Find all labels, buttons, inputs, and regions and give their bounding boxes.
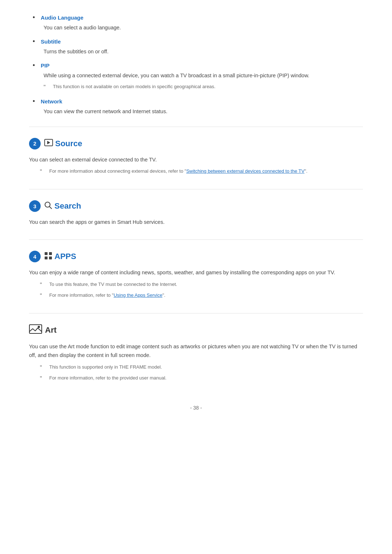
art-note-1-text: This function is supported only in THE F… — [49, 364, 162, 371]
divider-3 — [29, 239, 363, 240]
svg-point-8 — [38, 326, 40, 328]
art-note-quote-1: " — [40, 364, 42, 372]
network-term: Network — [41, 98, 62, 104]
art-icon — [29, 324, 42, 336]
source-note-text: For more information about connecting ex… — [49, 168, 307, 175]
source-header: 2 Source — [29, 138, 363, 149]
page-number: - 38 - — [190, 405, 202, 411]
divider-1 — [29, 127, 363, 127]
pip-desc: While using a connected external device,… — [44, 71, 363, 80]
apps-note-1-text: To use this feature, the TV must be conn… — [49, 281, 177, 288]
pip-term: PIP — [41, 62, 49, 69]
pip-note-text: This function is not available on certai… — [53, 83, 216, 90]
svg-rect-7 — [29, 325, 42, 333]
art-note-1: " This function is supported only in THE… — [40, 364, 363, 372]
apps-link[interactable]: Using the Apps Service — [114, 292, 162, 298]
section-apps: 4 APPS You can enjoy a wide range of con… — [29, 251, 363, 300]
bullet-dot-2: • — [33, 38, 35, 45]
subtitle-term: Subtitle — [41, 38, 61, 45]
network-desc: You can view the current network and Int… — [44, 107, 363, 116]
divider-4 — [29, 313, 363, 313]
source-number: 2 — [33, 140, 36, 147]
search-desc: You can search the apps or games in Smar… — [29, 218, 363, 227]
apps-number: 4 — [33, 254, 36, 260]
section-source: 2 Source You can select an external devi… — [29, 138, 363, 177]
section-art: Art You can use the Art mode function to… — [29, 324, 363, 383]
subtitle-desc: Turns the subtitles on or off. — [44, 48, 363, 56]
bullet-audio-language: • Audio Language You can select a audio … — [29, 15, 363, 32]
svg-rect-3 — [45, 252, 48, 255]
svg-rect-5 — [45, 257, 48, 259]
section-search: 3 Search You can search the apps or game… — [29, 200, 363, 227]
source-link[interactable]: Switching between external devices conne… — [186, 168, 305, 174]
art-note-2-text: For more information, refer to the provi… — [49, 374, 167, 382]
note-quote-icon: " — [44, 83, 46, 92]
apps-note-1: " To use this feature, the TV must be co… — [40, 281, 363, 290]
bullet-dot: • — [33, 14, 35, 21]
svg-rect-6 — [49, 257, 52, 259]
pip-note: " This function is not available on cert… — [44, 83, 363, 92]
apps-note-2: " For more information, refer to "Using … — [40, 292, 363, 300]
svg-rect-4 — [49, 252, 52, 255]
art-desc: You can use the Art mode function to edi… — [29, 342, 363, 360]
bullet-dot-3: • — [33, 62, 35, 69]
apps-desc: You can enjoy a wide range of content in… — [29, 268, 363, 277]
search-badge: 3 — [29, 200, 41, 212]
source-title: Source — [55, 139, 82, 148]
source-icon — [44, 139, 53, 148]
apps-header: 4 APPS — [29, 251, 363, 262]
art-note-2: " For more information, refer to the pro… — [40, 374, 363, 383]
bullet-pip: • PIP While using a connected external d… — [29, 62, 363, 91]
search-title: Search — [54, 201, 81, 211]
art-title: Art — [45, 325, 57, 335]
source-badge: 2 — [29, 138, 41, 149]
apps-note-quote-2: " — [40, 292, 42, 300]
svg-line-2 — [49, 206, 52, 209]
search-number: 3 — [33, 203, 36, 209]
divider-2 — [29, 189, 363, 189]
source-desc: You can select an external device connec… — [29, 155, 363, 164]
search-header: 3 Search — [29, 200, 363, 212]
apps-title: APPS — [54, 252, 76, 261]
audio-language-term: Audio Language — [41, 15, 83, 21]
source-note-quote: " — [40, 168, 42, 176]
apps-note-quote-1: " — [40, 281, 42, 290]
page-footer: - 38 - — [29, 405, 363, 411]
apps-note-2-text: For more information, refer to "Using th… — [49, 292, 166, 299]
bullet-dot-4: • — [33, 98, 35, 105]
audio-language-desc: You can select a audio language. — [44, 24, 363, 32]
search-icon — [44, 201, 52, 211]
bullet-subtitle: • Subtitle Turns the subtitles on or off… — [29, 38, 363, 56]
bullet-list: • Audio Language You can select a audio … — [29, 15, 363, 116]
art-header: Art — [29, 324, 363, 336]
bullet-network: • Network You can view the current netwo… — [29, 98, 363, 116]
apps-badge: 4 — [29, 251, 41, 262]
art-note-quote-2: " — [40, 374, 42, 383]
source-note: " For more information about connecting … — [40, 168, 363, 176]
apps-icon — [44, 252, 52, 262]
